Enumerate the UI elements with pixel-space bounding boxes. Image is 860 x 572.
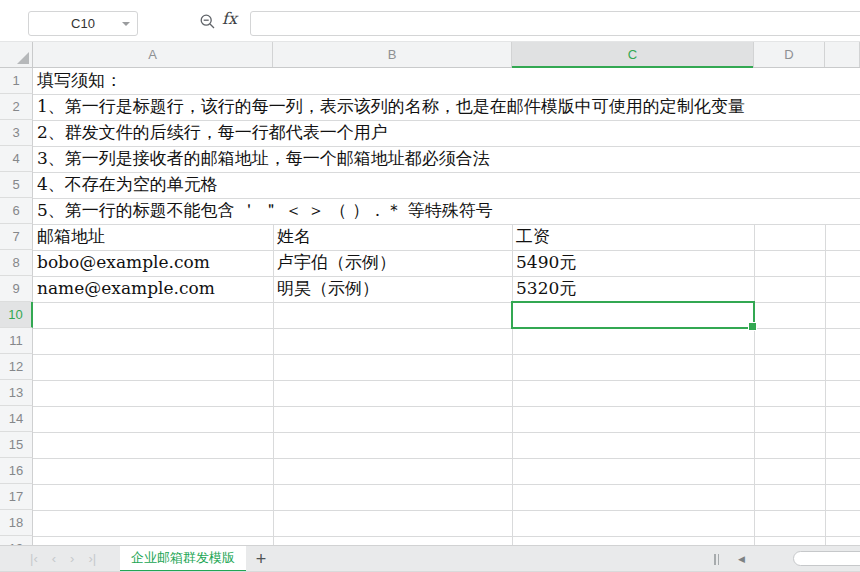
gridline-horizontal <box>33 458 860 459</box>
sheet-tab-active[interactable]: 企业邮箱群发模版 <box>120 546 246 572</box>
add-sheet-button[interactable]: + <box>250 546 272 572</box>
gridline-vertical <box>512 224 513 545</box>
row-header-19[interactable]: 19 <box>0 536 33 545</box>
row-header-18[interactable]: 18 <box>0 510 33 536</box>
cell-text[interactable]: 姓名 <box>277 224 311 250</box>
row-header-5[interactable]: 5 <box>0 172 33 198</box>
row-header-9[interactable]: 9 <box>0 276 33 302</box>
cell-reference-value: C10 <box>71 16 95 31</box>
cell-text[interactable]: name@example.com <box>37 276 215 302</box>
row-header-3[interactable]: 3 <box>0 120 33 146</box>
column-header-row: ABCD <box>0 42 860 68</box>
gridline-vertical <box>754 224 755 545</box>
column-header-partial[interactable] <box>825 42 860 67</box>
selected-cell-outline[interactable] <box>511 301 755 329</box>
gridline-horizontal <box>33 510 860 511</box>
formula-toolbar: C10 fx <box>0 0 860 42</box>
next-sheet-icon[interactable]: › <box>70 546 74 572</box>
cell-text[interactable]: 5、第一行的标题不能包含 ＇ ＂ ＜ ＞ （ ） . ＊ 等特殊符号 <box>37 198 493 224</box>
gridline-vertical <box>825 224 826 545</box>
row-header-4[interactable]: 4 <box>0 146 33 172</box>
chevron-down-icon[interactable] <box>122 22 130 26</box>
sheet-tab-label: 企业邮箱群发模版 <box>131 549 235 567</box>
row-header-12[interactable]: 12 <box>0 354 33 380</box>
column-header-B[interactable]: B <box>273 42 512 67</box>
gridline-horizontal <box>33 536 860 537</box>
cell-text[interactable]: 1、第一行是标题行，该行的每一列，表示该列的名称，也是在邮件模版中可使用的定制化… <box>37 94 745 120</box>
cell-text[interactable]: 工资 <box>516 224 550 250</box>
row-header-6[interactable]: 6 <box>0 198 33 224</box>
cell-text[interactable]: 卢宇伯（示例） <box>277 250 396 276</box>
gridline-horizontal <box>33 380 860 381</box>
horizontal-scrollbar[interactable] <box>793 551 860 566</box>
formula-bar-input[interactable] <box>250 11 860 36</box>
row-header-8[interactable]: 8 <box>0 250 33 276</box>
cell-reference-box[interactable]: C10 <box>28 11 138 36</box>
gridline-horizontal <box>33 406 860 407</box>
column-header-A[interactable]: A <box>33 42 273 67</box>
gridline-horizontal <box>33 224 860 225</box>
gridline-horizontal <box>33 432 860 433</box>
pane-splitter-handle[interactable] <box>714 554 720 565</box>
row-header-2[interactable]: 2 <box>0 94 33 120</box>
gridline-horizontal <box>33 354 860 355</box>
row-header-10[interactable]: 10 <box>0 302 33 328</box>
cell-text[interactable]: 5490元 <box>516 250 576 276</box>
row-header-1[interactable]: 1 <box>0 68 33 94</box>
fill-handle[interactable] <box>748 322 757 331</box>
row-header-13[interactable]: 13 <box>0 380 33 406</box>
sheet-nav-group: |‹‹››| <box>30 546 96 572</box>
last-sheet-icon[interactable]: ›| <box>88 546 96 572</box>
row-header-16[interactable]: 16 <box>0 458 33 484</box>
cell-text[interactable]: 2、群发文件的后续行，每一行都代表一个用户 <box>37 120 388 146</box>
row-header-15[interactable]: 15 <box>0 432 33 458</box>
row-header-14[interactable]: 14 <box>0 406 33 432</box>
cell-text[interactable]: 4、不存在为空的单元格 <box>37 172 218 198</box>
gridline-horizontal <box>33 484 860 485</box>
sheet-grid[interactable]: 12345678910111213141516171819填写须知：1、第一行是… <box>0 68 860 545</box>
spreadsheet-app: C10 fx ABCD 1234567891011121314151617181… <box>0 0 860 572</box>
sheet-tab-bar: |‹‹››| 企业邮箱群发模版 + ◀ <box>0 545 860 572</box>
insert-function-icon[interactable]: fx <box>222 9 237 28</box>
row-header-17[interactable]: 17 <box>0 484 33 510</box>
row-header-7[interactable]: 7 <box>0 224 33 250</box>
cell-text[interactable]: 填写须知： <box>37 68 122 94</box>
scroll-left-icon[interactable]: ◀ <box>738 554 745 565</box>
column-header-D[interactable]: D <box>754 42 825 67</box>
search-icon[interactable] <box>199 13 217 31</box>
gridline-vertical <box>273 224 274 545</box>
cell-text[interactable]: bobo@example.com <box>37 250 210 276</box>
select-all-corner[interactable] <box>0 42 33 67</box>
row-header-11[interactable]: 11 <box>0 328 33 354</box>
first-sheet-icon[interactable]: |‹ <box>30 546 38 572</box>
cell-text[interactable]: 明昊（示例） <box>277 276 379 302</box>
cell-text[interactable]: 5320元 <box>516 276 576 302</box>
cell-text[interactable]: 3、第一列是接收者的邮箱地址，每一个邮箱地址都必须合法 <box>37 146 490 172</box>
select-all-triangle-icon <box>17 52 29 64</box>
prev-sheet-icon[interactable]: ‹ <box>52 546 56 572</box>
cell-text[interactable]: 邮箱地址 <box>37 224 105 250</box>
column-header-C[interactable]: C <box>512 42 754 67</box>
